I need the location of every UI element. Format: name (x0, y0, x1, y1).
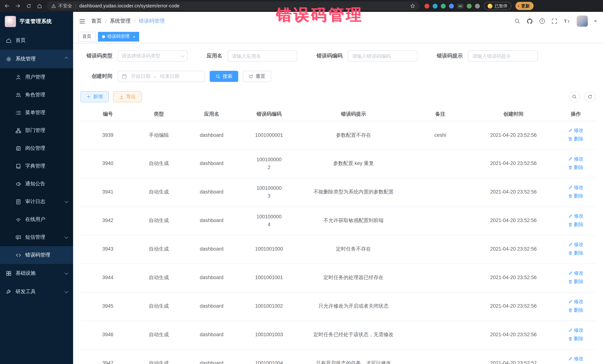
edit-link[interactable]: 修改 (568, 355, 583, 363)
extension-on-badge-icon[interactable]: on (457, 3, 464, 8)
security-label: 不安全 (58, 3, 72, 9)
svg-text:T: T (568, 20, 570, 23)
filter-row-2: 创建时间 开始日期 - 结束日期 搜索 重置 (81, 71, 596, 82)
back-icon[interactable] (4, 3, 10, 9)
cell-id: 3946 (81, 321, 135, 349)
forward-icon[interactable] (14, 3, 21, 9)
bookmark-star-icon[interactable] (410, 3, 415, 9)
extension-blue-icon[interactable] (449, 3, 454, 8)
logo-image (5, 16, 16, 27)
edit-link[interactable]: 修改 (568, 298, 583, 305)
table-header-row: 编号 类型 应用名 错误码编码 错误码提示 备注 创建时间 操作 (81, 108, 596, 121)
fullscreen-icon[interactable] (551, 18, 557, 24)
logo[interactable]: 芋道管理系统 (0, 12, 73, 31)
edit-link[interactable]: 修改 (568, 327, 583, 334)
security-warning[interactable]: 不安全 (51, 3, 72, 9)
edit-link[interactable]: 修改 (568, 269, 583, 277)
breadcrumb-system[interactable]: 系统管理 (110, 18, 131, 24)
sidebar-item-menu-management[interactable]: 菜单管理 (0, 104, 73, 121)
edit-link[interactable]: 修改 (568, 155, 583, 163)
sidebar-item-dev-tools[interactable]: 研发工具 (0, 282, 73, 301)
sidebar-item-label: 系统管理 (16, 55, 36, 62)
date-range-picker[interactable]: 开始日期 - 结束日期 (118, 71, 204, 82)
error-msg-input[interactable] (468, 50, 538, 62)
search-button[interactable]: 搜索 (210, 71, 238, 82)
cell-msg: 不能删除类型为系统内置的参数配置 (297, 178, 410, 207)
sidebar-item-post-management[interactable]: 岗位管理 (0, 139, 73, 157)
url-text: dashboard.yudao.iocoder.cn/system/error-… (79, 3, 180, 9)
sidebar-item-audit-log[interactable]: 审计日志 (0, 193, 73, 210)
add-button[interactable]: 新增 (81, 91, 109, 102)
extensions-puzzle-icon[interactable] (475, 3, 480, 8)
cell-app: dashboard (183, 235, 241, 264)
cell-time: 2021-04-20 23:52:56 (471, 178, 556, 207)
cell-id: 3942 (81, 207, 135, 235)
font-size-icon[interactable]: TT (564, 18, 570, 24)
close-icon[interactable]: × (133, 34, 135, 39)
address-bar[interactable]: 不安全 | dashboard.yudao.iocoder.cn/system/… (47, 1, 420, 10)
edit-link[interactable]: 修改 (568, 212, 583, 220)
table-row: 3943 自动生成 dashboard 1001001000 定时任务不存在 2… (81, 235, 596, 264)
caret-down-icon[interactable] (594, 20, 597, 22)
home-button-icon[interactable] (36, 3, 43, 9)
hamburger-icon[interactable] (79, 18, 85, 24)
show-search-button[interactable] (569, 91, 580, 102)
breadcrumb-home[interactable]: 首页 (91, 18, 102, 24)
sidebar-item-system-management[interactable]: 系统管理 (0, 50, 73, 68)
delete-link[interactable]: 删除 (568, 278, 583, 286)
refresh-button[interactable] (584, 91, 596, 102)
reset-button[interactable]: 重置 (243, 71, 271, 82)
delete-link[interactable]: 删除 (568, 164, 583, 171)
table-row: 3940 自动生成 dashboard 1001000002 参数配置 key … (81, 150, 596, 178)
export-button[interactable]: 导出 (113, 91, 142, 102)
sidebar-item-dict-management[interactable]: 字典管理 (0, 157, 73, 175)
cell-ops: 修改删除 (556, 207, 596, 235)
sidebar-item-infrastructure[interactable]: 基础设施 (0, 264, 73, 282)
screen: 不安全 | dashboard.yudao.iocoder.cn/system/… (0, 0, 603, 364)
delete-link[interactable]: 删除 (568, 192, 583, 200)
sidebar-item-user-management[interactable]: 用户管理 (0, 68, 73, 86)
help-icon[interactable]: ? (539, 18, 545, 24)
delete-link[interactable]: 删除 (568, 135, 583, 143)
chevron-down-icon (181, 54, 185, 57)
sidebar-item-online-users[interactable]: 在线用户 (0, 210, 73, 228)
tab-error-code[interactable]: 错误码管理 × (98, 32, 139, 41)
sidebar-menu: 首页 系统管理 用户管理 角色管理 (0, 31, 73, 364)
sidebar-item-label: 通知公告 (25, 180, 45, 187)
delete-link[interactable]: 删除 (568, 249, 583, 257)
extension-green-icon[interactable] (441, 3, 446, 8)
cell-time: 2021-04-20 23:52:56 (471, 207, 556, 235)
edit-link[interactable]: 修改 (568, 127, 583, 134)
sidebar-item-role-management[interactable]: 角色管理 (0, 86, 73, 104)
reset-button-label: 重置 (256, 73, 265, 80)
sidebar-item-error-code-management[interactable]: 错误码管理 (0, 246, 73, 264)
sidebar-item-sms-management[interactable]: 短信管理 (0, 228, 73, 246)
export-button-label: 导出 (126, 93, 136, 100)
delete-link[interactable]: 删除 (568, 221, 583, 228)
reload-icon[interactable] (25, 3, 32, 9)
error-type-select[interactable]: 请选择错误码类型 (118, 50, 187, 62)
edit-link[interactable]: 修改 (568, 184, 583, 191)
cell-msg: 定时任务不存在 (297, 235, 410, 264)
sidebar-item-dept-management[interactable]: 部门管理 (0, 121, 73, 139)
sidebar-item-notice[interactable]: 通知公告 (0, 175, 73, 193)
error-code-input[interactable] (348, 50, 417, 62)
sidebar-item-label: 审计日志 (25, 198, 45, 205)
org-tree-icon (16, 128, 21, 133)
edit-link[interactable]: 修改 (568, 241, 583, 248)
sidebar-item-home[interactable]: 首页 (0, 31, 73, 50)
col-app: 应用名 (183, 108, 241, 121)
github-icon[interactable] (527, 18, 533, 24)
col-type: 类型 (135, 108, 182, 121)
avatar[interactable] (577, 16, 588, 27)
paused-badge[interactable]: 已暂停 (484, 2, 511, 10)
extension-teal-icon[interactable] (433, 3, 438, 8)
delete-link[interactable]: 删除 (568, 307, 583, 314)
tab-home[interactable]: 首页 (78, 32, 95, 41)
app-name-input[interactable] (227, 50, 297, 62)
extension-green2-icon[interactable] (467, 3, 472, 8)
delete-link[interactable]: 删除 (568, 335, 583, 342)
extension-red-icon[interactable] (425, 3, 429, 8)
search-icon[interactable] (514, 18, 520, 24)
browser-update-button[interactable]: 更新 (515, 2, 533, 10)
